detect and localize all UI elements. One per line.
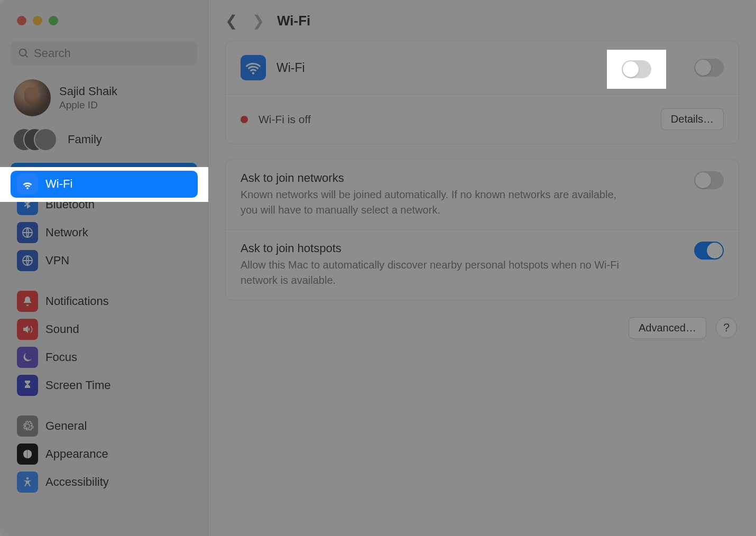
sidebar-item-label: Notifications xyxy=(45,294,109,308)
sidebar-item-accessibility[interactable]: Accessibility xyxy=(11,468,197,495)
sound-icon xyxy=(17,319,38,340)
sidebar-item-label: General xyxy=(45,419,87,433)
account-item[interactable]: Sajid Shaik Apple ID xyxy=(0,77,208,126)
page-title: Wi-Fi xyxy=(277,13,310,29)
sidebar-item-focus[interactable]: Focus xyxy=(11,344,197,371)
advanced-button[interactable]: Advanced… xyxy=(629,317,706,339)
sidebar-item-label: Appearance xyxy=(45,447,108,461)
content: ❮ ❯ Wi-Fi Wi-Fi Wi-Fi is off Details… xyxy=(208,0,756,536)
svg-point-0 xyxy=(20,49,26,56)
search-icon xyxy=(18,48,30,59)
sidebar-item-general[interactable]: General xyxy=(11,412,197,439)
forward-button[interactable]: ❯ xyxy=(252,14,264,29)
sidebar-item-network[interactable]: Network xyxy=(11,219,197,246)
globe-icon xyxy=(17,222,38,243)
footer-buttons: Advanced… ? xyxy=(225,315,739,344)
option-ask-to-join-hotspots: Ask to join hotspots Allow this Mac to a… xyxy=(226,230,739,300)
status-indicator-icon xyxy=(241,116,248,123)
sidebar-item-screen-time[interactable]: Screen Time xyxy=(11,372,197,399)
help-button[interactable]: ? xyxy=(716,317,737,338)
sidebar-item-wi-fi[interactable]: Wi-Fi xyxy=(11,163,197,190)
sidebar-item-vpn[interactable]: VPN xyxy=(11,247,197,274)
sidebar-item-label: Accessibility xyxy=(45,475,109,489)
search-input[interactable]: Search xyxy=(11,41,197,66)
sidebar-item-label: Focus xyxy=(45,350,77,364)
wifi-header-label: Wi-Fi xyxy=(276,61,305,75)
option-desc: Allow this Mac to automatically discover… xyxy=(241,257,621,288)
sidebar-item-label: Bluetooth xyxy=(45,198,95,211)
topbar: ❮ ❯ Wi-Fi xyxy=(225,13,739,29)
appearance-icon xyxy=(17,443,38,465)
globe-icon xyxy=(17,250,38,271)
wifi-toggle[interactable] xyxy=(694,59,724,77)
wifi-icon xyxy=(17,166,38,187)
option-ask-to-join-networks: Ask to join networks Known networks will… xyxy=(226,160,739,230)
back-button[interactable]: ❮ xyxy=(225,14,237,29)
search-placeholder: Search xyxy=(34,47,71,60)
sidebar-nav: Wi-Fi Bluetooth Network VPN Notification… xyxy=(0,160,208,512)
close-window[interactable] xyxy=(17,16,26,25)
sidebar-item-appearance[interactable]: Appearance xyxy=(11,440,197,467)
option-toggle[interactable] xyxy=(694,171,724,189)
bt-icon xyxy=(17,194,38,215)
wifi-header-row: Wi-Fi xyxy=(226,41,739,95)
account-name: Sajid Shaik xyxy=(59,85,117,98)
family-avatars xyxy=(14,129,56,150)
nav-arrows: ❮ ❯ xyxy=(225,14,264,29)
zoom-window[interactable] xyxy=(49,16,58,25)
sidebar-item-label: Network xyxy=(45,226,88,239)
account-sub: Apple ID xyxy=(59,99,117,111)
minimize-window[interactable] xyxy=(33,16,42,25)
family-label: Family xyxy=(68,133,102,146)
window-controls xyxy=(0,16,208,25)
sidebar-item-bluetooth[interactable]: Bluetooth xyxy=(11,191,197,218)
status-text: Wi-Fi is off xyxy=(259,113,311,126)
sidebar-item-notifications[interactable]: Notifications xyxy=(11,288,197,315)
sidebar-item-label: Screen Time xyxy=(45,378,111,392)
moon-icon xyxy=(17,347,38,368)
details-button[interactable]: Details… xyxy=(661,108,724,130)
gear-icon xyxy=(17,415,38,437)
sidebar-item-label: VPN xyxy=(45,254,69,267)
status-panel: Wi-Fi Wi-Fi is off Details… xyxy=(225,41,739,144)
option-title: Ask to join hotspots xyxy=(241,242,621,255)
bell-icon xyxy=(17,291,38,312)
options-panel: Ask to join networks Known networks will… xyxy=(225,159,739,300)
svg-line-1 xyxy=(25,55,28,58)
account-avatar xyxy=(14,79,51,116)
wifi-icon xyxy=(241,55,266,80)
sidebar-item-sound[interactable]: Sound xyxy=(11,316,197,343)
access-icon xyxy=(17,472,38,493)
sidebar: Search Sajid Shaik Apple ID Family Wi-Fi… xyxy=(0,0,208,536)
option-toggle[interactable] xyxy=(694,242,724,260)
wifi-status-row: Wi-Fi is off Details… xyxy=(226,95,739,144)
hourglass-icon xyxy=(17,375,38,396)
option-desc: Known networks will be joined automatica… xyxy=(241,187,621,218)
svg-point-5 xyxy=(26,477,29,479)
family-item[interactable]: Family xyxy=(0,126,208,160)
sidebar-item-label: Wi-Fi xyxy=(45,170,72,183)
settings-window: Search Sajid Shaik Apple ID Family Wi-Fi… xyxy=(0,0,756,536)
option-title: Ask to join networks xyxy=(241,171,621,185)
sidebar-item-label: Sound xyxy=(45,322,79,336)
